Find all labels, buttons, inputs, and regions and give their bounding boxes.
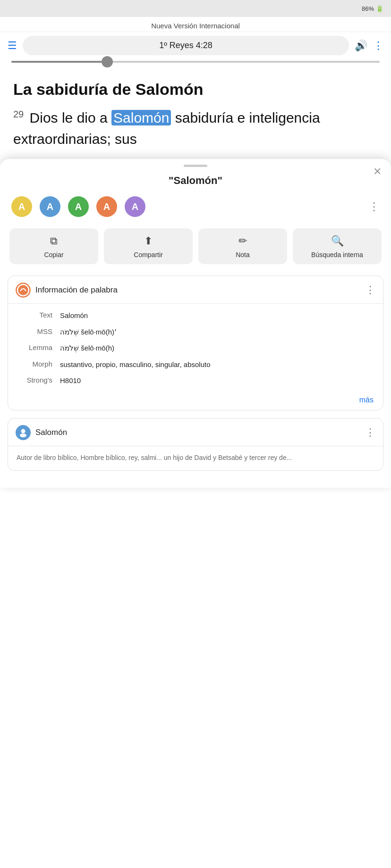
verse-content: 29 Dios le dio a Salomón sabiduría e int… xyxy=(13,107,378,150)
bible-version: Nueva Versión Internacional xyxy=(151,22,240,30)
menu-icon[interactable]: ☰ xyxy=(8,40,17,52)
word-info-icon xyxy=(16,283,31,298)
word-info-title: Información de palabra xyxy=(35,285,360,295)
audio-icon[interactable]: 🔊 xyxy=(355,40,367,52)
bible-reference: 1º Reyes 4:28 xyxy=(159,41,212,50)
selected-word-title: "Salomón" xyxy=(0,171,391,194)
word-info-card: Información de palabra ⋮ Text Salomón MS… xyxy=(8,275,383,410)
color-options: A A A A A ⋮ xyxy=(0,194,391,225)
value-lemma: שְׁלֹמֹה šelō·mō(h) xyxy=(60,343,374,354)
person-name: Salomón xyxy=(35,428,360,437)
person-card: Salomón ⋮ Autor de libro bíblico, Hombre… xyxy=(8,418,383,471)
color-green[interactable]: A xyxy=(68,196,89,217)
word-info-header: Información de palabra ⋮ xyxy=(8,276,383,304)
info-row-lemma: Lemma שְׁלֹמֹה šelō·mō(h) xyxy=(17,343,374,354)
more-link[interactable]: más xyxy=(8,394,383,404)
nav-bar: ☰ 1º Reyes 4:28 🔊 ⋮ xyxy=(0,32,391,59)
label-strongs: Strong's xyxy=(17,376,60,384)
progress-slider[interactable] xyxy=(0,59,391,67)
info-row-strongs: Strong's H8010 xyxy=(17,376,374,386)
person-card-header: Salomón ⋮ xyxy=(8,418,383,446)
word-info-table: Text Salomón MSS שְׁלֹמֹה šelō·mō(h)ʼ Le… xyxy=(8,304,383,394)
section-title: La sabiduría de Salomón xyxy=(13,79,378,100)
slider-thumb xyxy=(102,56,113,67)
svg-point-2 xyxy=(21,429,26,433)
value-strongs: H8010 xyxy=(60,376,374,386)
value-text: Salomón xyxy=(60,310,374,321)
action-buttons: ⧉ Copiar ⬆ Compartir ✏ Nota 🔍 Búsqueda i… xyxy=(0,225,391,272)
label-lemma: Lemma xyxy=(17,343,60,351)
person-more-icon[interactable]: ⋮ xyxy=(365,426,375,439)
share-label: Compartir xyxy=(134,251,162,259)
copy-icon: ⧉ xyxy=(50,235,58,247)
bottom-sheet: ✕ "Salomón" A A A A A ⋮ ⧉ Copiar ⬆ Compa… xyxy=(0,159,391,488)
close-button[interactable]: ✕ xyxy=(373,166,382,178)
sheet-handle-bar xyxy=(184,165,207,167)
reference-pill[interactable]: 1º Reyes 4:28 xyxy=(23,36,349,55)
bottom-sheet-overlay: ✕ "Salomón" A A A A A ⋮ ⧉ Copiar ⬆ Compa… xyxy=(0,159,391,488)
status-bar: 86% 🔋 xyxy=(0,0,391,17)
label-morph: Morph xyxy=(17,359,60,368)
slider-track xyxy=(11,61,380,63)
value-mss: שְׁלֹמֹה šelō·mō(h)ʼ xyxy=(60,327,374,338)
info-row-morph: Morph sustantivo, propio, masculino, sin… xyxy=(17,359,374,370)
bible-text-area: La sabiduría de Salomón 29 Dios le dio a… xyxy=(0,67,391,159)
battery-indicator: 86% 🔋 xyxy=(362,5,383,12)
highlighted-word[interactable]: Salomón xyxy=(111,110,171,125)
copy-button[interactable]: ⧉ Copiar xyxy=(9,228,98,264)
share-icon: ⬆ xyxy=(144,235,153,247)
note-button[interactable]: ✏ Nota xyxy=(198,228,287,264)
pencil-icon: ✏ xyxy=(238,235,247,247)
copy-label: Copiar xyxy=(44,251,63,259)
search-icon: 🔍 xyxy=(331,235,344,247)
person-avatar xyxy=(16,425,31,440)
slider-fill xyxy=(11,61,107,63)
value-morph: sustantivo, propio, masculino, singular,… xyxy=(60,359,374,370)
battery-icon: 🔋 xyxy=(376,5,383,12)
color-orange[interactable]: A xyxy=(96,196,117,217)
search-label: Búsqueda interna xyxy=(311,251,363,259)
label-text: Text xyxy=(17,310,60,319)
internal-search-button[interactable]: 🔍 Búsqueda interna xyxy=(293,228,382,264)
word-info-more-icon[interactable]: ⋮ xyxy=(365,284,375,296)
verse-text-before: Dios le dio a xyxy=(30,110,111,125)
color-yellow[interactable]: A xyxy=(11,196,32,217)
svg-point-3 xyxy=(20,434,26,437)
sheet-handle xyxy=(0,159,391,171)
share-button[interactable]: ⬆ Compartir xyxy=(104,228,193,264)
label-mss: MSS xyxy=(17,327,60,335)
color-purple[interactable]: A xyxy=(125,196,145,217)
color-blue[interactable]: A xyxy=(40,196,60,217)
color-more-icon[interactable]: ⋮ xyxy=(368,200,380,213)
info-row-text: Text Salomón xyxy=(17,310,374,321)
app-header: Nueva Versión Internacional xyxy=(0,17,391,32)
note-label: Nota xyxy=(236,251,250,259)
person-description: Autor de libro bíblico, Hombre bíblico, … xyxy=(8,446,383,463)
verse-number: 29 xyxy=(13,109,24,119)
info-row-mss: MSS שְׁלֹמֹה šelō·mō(h)ʼ xyxy=(17,327,374,338)
battery-percentage: 86% xyxy=(362,5,374,12)
more-options-icon[interactable]: ⋮ xyxy=(373,40,383,52)
